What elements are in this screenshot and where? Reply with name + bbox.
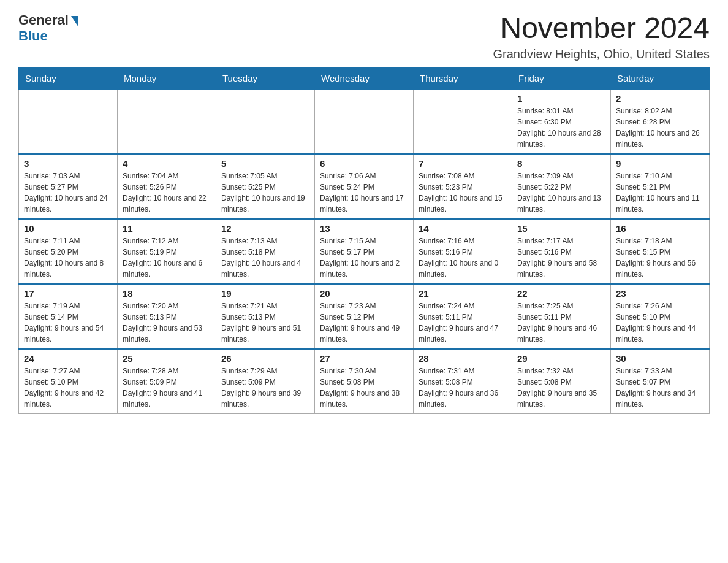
calendar-cell: 19Sunrise: 7:21 AM Sunset: 5:13 PM Dayli… [216,284,315,349]
day-info: Sunrise: 7:28 AM Sunset: 5:09 PM Dayligh… [123,366,211,410]
calendar-cell: 11Sunrise: 7:12 AM Sunset: 5:19 PM Dayli… [118,219,216,284]
day-number: 18 [123,288,211,299]
month-title: November 2024 [493,12,710,45]
day-info: Sunrise: 7:06 AM Sunset: 5:24 PM Dayligh… [320,170,408,215]
calendar-cell: 20Sunrise: 7:23 AM Sunset: 5:12 PM Dayli… [315,284,414,349]
calendar-cell: 30Sunrise: 7:33 AM Sunset: 5:07 PM Dayli… [611,349,710,414]
calendar-cell [216,89,315,154]
day-number: 20 [320,288,408,299]
day-number: 29 [517,353,605,364]
calendar-week-row: 10Sunrise: 7:11 AM Sunset: 5:20 PM Dayli… [19,219,710,284]
calendar-cell: 29Sunrise: 7:32 AM Sunset: 5:08 PM Dayli… [512,349,611,414]
calendar-day-header: Monday [118,67,216,89]
day-info: Sunrise: 7:05 AM Sunset: 5:25 PM Dayligh… [221,170,309,215]
calendar-cell [414,89,512,154]
day-number: 7 [419,158,507,169]
day-info: Sunrise: 7:30 AM Sunset: 5:08 PM Dayligh… [320,366,408,410]
calendar-cell: 1Sunrise: 8:01 AM Sunset: 6:30 PM Daylig… [512,89,611,154]
day-number: 3 [24,158,112,169]
day-info: Sunrise: 7:12 AM Sunset: 5:19 PM Dayligh… [123,236,211,280]
calendar-cell: 4Sunrise: 7:04 AM Sunset: 5:26 PM Daylig… [118,154,216,219]
calendar-day-header: Saturday [611,67,710,89]
calendar-cell: 23Sunrise: 7:26 AM Sunset: 5:10 PM Dayli… [611,284,710,349]
day-info: Sunrise: 7:26 AM Sunset: 5:10 PM Dayligh… [616,301,704,345]
calendar-day-header: Tuesday [216,67,315,89]
day-number: 22 [517,288,605,299]
calendar-cell: 15Sunrise: 7:17 AM Sunset: 5:16 PM Dayli… [512,219,611,284]
day-number: 10 [24,223,112,234]
day-number: 27 [320,353,408,364]
day-number: 30 [616,353,704,364]
calendar-cell [315,89,414,154]
calendar-table: SundayMondayTuesdayWednesdayThursdayFrid… [18,67,710,414]
day-info: Sunrise: 7:27 AM Sunset: 5:10 PM Dayligh… [24,366,112,410]
day-number: 11 [123,223,211,234]
calendar-day-header: Friday [512,67,611,89]
day-info: Sunrise: 7:25 AM Sunset: 5:11 PM Dayligh… [517,301,605,345]
day-number: 12 [221,223,309,234]
day-number: 6 [320,158,408,169]
day-info: Sunrise: 8:01 AM Sunset: 6:30 PM Dayligh… [517,105,605,150]
calendar-cell: 5Sunrise: 7:05 AM Sunset: 5:25 PM Daylig… [216,154,315,219]
day-info: Sunrise: 7:17 AM Sunset: 5:16 PM Dayligh… [517,236,605,280]
calendar-cell: 6Sunrise: 7:06 AM Sunset: 5:24 PM Daylig… [315,154,414,219]
day-number: 24 [24,353,112,364]
calendar-cell: 13Sunrise: 7:15 AM Sunset: 5:17 PM Dayli… [315,219,414,284]
calendar-cell: 10Sunrise: 7:11 AM Sunset: 5:20 PM Dayli… [19,219,118,284]
calendar-cell [19,89,118,154]
day-number: 9 [616,158,704,169]
day-info: Sunrise: 7:04 AM Sunset: 5:26 PM Dayligh… [123,170,211,215]
calendar-day-header: Thursday [414,67,512,89]
calendar-day-header: Wednesday [315,67,414,89]
day-number: 4 [123,158,211,169]
calendar-cell: 16Sunrise: 7:18 AM Sunset: 5:15 PM Dayli… [611,219,710,284]
title-block: November 2024 Grandview Heights, Ohio, U… [493,12,710,61]
calendar-cell: 26Sunrise: 7:29 AM Sunset: 5:09 PM Dayli… [216,349,315,414]
day-number: 28 [419,353,507,364]
day-number: 25 [123,353,211,364]
calendar-cell [118,89,216,154]
day-number: 8 [517,158,605,169]
calendar-cell: 17Sunrise: 7:19 AM Sunset: 5:14 PM Dayli… [19,284,118,349]
day-number: 23 [616,288,704,299]
day-info: Sunrise: 7:19 AM Sunset: 5:14 PM Dayligh… [24,301,112,345]
day-number: 14 [419,223,507,234]
day-info: Sunrise: 7:20 AM Sunset: 5:13 PM Dayligh… [123,301,211,345]
day-info: Sunrise: 7:15 AM Sunset: 5:17 PM Dayligh… [320,236,408,280]
day-info: Sunrise: 7:11 AM Sunset: 5:20 PM Dayligh… [24,236,112,280]
logo-general-text: General [18,12,69,28]
day-number: 26 [221,353,309,364]
calendar-cell: 25Sunrise: 7:28 AM Sunset: 5:09 PM Dayli… [118,349,216,414]
day-info: Sunrise: 7:09 AM Sunset: 5:22 PM Dayligh… [517,170,605,215]
day-info: Sunrise: 7:03 AM Sunset: 5:27 PM Dayligh… [24,170,112,215]
day-info: Sunrise: 7:32 AM Sunset: 5:08 PM Dayligh… [517,366,605,410]
day-number: 13 [320,223,408,234]
calendar-cell: 3Sunrise: 7:03 AM Sunset: 5:27 PM Daylig… [19,154,118,219]
calendar-week-row: 24Sunrise: 7:27 AM Sunset: 5:10 PM Dayli… [19,349,710,414]
day-number: 15 [517,223,605,234]
day-info: Sunrise: 7:21 AM Sunset: 5:13 PM Dayligh… [221,301,309,345]
calendar-cell: 18Sunrise: 7:20 AM Sunset: 5:13 PM Dayli… [118,284,216,349]
calendar-cell: 7Sunrise: 7:08 AM Sunset: 5:23 PM Daylig… [414,154,512,219]
calendar-cell: 27Sunrise: 7:30 AM Sunset: 5:08 PM Dayli… [315,349,414,414]
day-number: 17 [24,288,112,299]
logo-arrow-icon [71,16,78,27]
day-info: Sunrise: 7:33 AM Sunset: 5:07 PM Dayligh… [616,366,704,410]
day-info: Sunrise: 7:08 AM Sunset: 5:23 PM Dayligh… [419,170,507,215]
day-info: Sunrise: 8:02 AM Sunset: 6:28 PM Dayligh… [616,105,704,150]
calendar-cell: 12Sunrise: 7:13 AM Sunset: 5:18 PM Dayli… [216,219,315,284]
day-info: Sunrise: 7:24 AM Sunset: 5:11 PM Dayligh… [419,301,507,345]
calendar-cell: 9Sunrise: 7:10 AM Sunset: 5:21 PM Daylig… [611,154,710,219]
day-info: Sunrise: 7:29 AM Sunset: 5:09 PM Dayligh… [221,366,309,410]
page-header: General Blue November 2024 Grandview Hei… [18,12,710,61]
day-number: 2 [616,93,704,104]
day-number: 5 [221,158,309,169]
calendar-cell: 2Sunrise: 8:02 AM Sunset: 6:28 PM Daylig… [611,89,710,154]
logo: General Blue [18,12,78,44]
calendar-day-header: Sunday [19,67,118,89]
calendar-week-row: 17Sunrise: 7:19 AM Sunset: 5:14 PM Dayli… [19,284,710,349]
calendar-cell: 21Sunrise: 7:24 AM Sunset: 5:11 PM Dayli… [414,284,512,349]
calendar-cell: 22Sunrise: 7:25 AM Sunset: 5:11 PM Dayli… [512,284,611,349]
day-number: 1 [517,93,605,104]
logo-blue-text: Blue [18,28,48,44]
